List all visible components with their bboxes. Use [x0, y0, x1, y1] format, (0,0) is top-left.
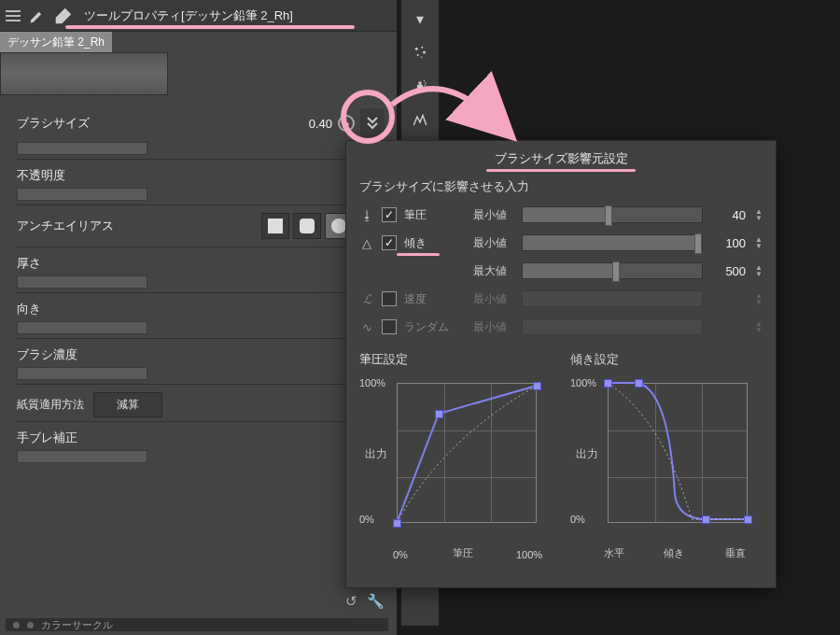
- density-slider[interactable]: [17, 367, 147, 380]
- pen-icon[interactable]: [54, 7, 73, 25]
- brush-size-slider[interactable]: [17, 142, 147, 155]
- peaks-icon[interactable]: [407, 106, 433, 133]
- density-label: ブラシ濃度: [17, 346, 77, 363]
- pressure-graph-title: 筆圧設定: [359, 352, 552, 368]
- random-checkbox[interactable]: [382, 319, 397, 334]
- spinner-icon: ▲▼: [755, 292, 763, 305]
- y-0b: 0%: [570, 514, 585, 525]
- random-min-label: 最小値: [473, 319, 514, 335]
- y-100: 100%: [359, 377, 385, 388]
- curve-handle[interactable]: [533, 382, 541, 390]
- wrench-icon[interactable]: 🔧: [367, 593, 385, 610]
- pressure-min-label: 最小値: [473, 207, 514, 223]
- svg-point-2: [423, 51, 426, 54]
- tilt-max-label: 最大値: [473, 263, 514, 279]
- curve-handle[interactable]: [604, 379, 612, 388]
- expand-dynamics-button[interactable]: [360, 108, 385, 138]
- pressure-curve: [397, 383, 537, 523]
- svg-point-0: [415, 48, 418, 50]
- row-speed: ℒ 速度 最小値 ▲▼: [359, 285, 763, 313]
- spray-icon[interactable]: [407, 73, 433, 99]
- x-0: 0%: [393, 549, 408, 560]
- x-mid: 筆圧: [453, 546, 473, 560]
- bottom-tab-strip: カラーサークル: [6, 618, 388, 631]
- menu-icon[interactable]: [6, 10, 21, 21]
- svg-point-4: [421, 57, 423, 59]
- brush-size-dynamics-popup: ブラシサイズ影響元設定 ブラシサイズに影響させる入力 ⭳ 筆圧 最小値 40 ▲…: [345, 140, 777, 588]
- output-axis-label: 出力: [365, 446, 387, 462]
- row-pressure: ⭳ 筆圧 最小値 40 ▲▼: [359, 201, 763, 229]
- bottom-label[interactable]: カラーサークル: [41, 618, 113, 632]
- spinner-icon[interactable]: ▲▼: [755, 264, 763, 277]
- tilt-graph[interactable]: 100% 出力 0% 水平 傾き 垂直: [570, 374, 757, 560]
- brush-icon[interactable]: [28, 7, 47, 25]
- prop-antialias: アンチエイリアス: [17, 205, 385, 247]
- pressure-min-value[interactable]: 40: [710, 208, 746, 222]
- thickness-label: 厚さ: [17, 255, 41, 272]
- popup-subtitle: ブラシサイズに影響させる入力: [359, 179, 763, 195]
- brush-stroke-preview: [0, 52, 168, 95]
- svg-rect-6: [419, 82, 422, 85]
- popup-footer-icons: ↺ 🔧: [345, 593, 385, 610]
- reset-icon[interactable]: ↺: [345, 593, 357, 610]
- svg-point-1: [421, 47, 423, 49]
- tool-property-panel: ツールプロパティ[デッサン鉛筆 2_Rh] デッサン鉛筆 2_Rh ブラシサイズ…: [0, 0, 397, 635]
- pressure-checkbox[interactable]: [382, 207, 397, 222]
- x-100: 100%: [516, 549, 542, 560]
- aa-option-none[interactable]: [261, 213, 289, 239]
- pressure-ring-icon[interactable]: [338, 115, 355, 132]
- x-vert: 垂直: [725, 546, 746, 560]
- paper-method-select[interactable]: 減算: [93, 392, 162, 417]
- curve-handle[interactable]: [702, 515, 710, 524]
- prop-density: ブラシ濃度: [17, 339, 385, 385]
- tilt-max-value[interactable]: 500: [710, 264, 746, 278]
- annotation-underline-tilt: [397, 253, 440, 256]
- tilt-label: 傾き: [404, 235, 466, 251]
- y-0: 0%: [359, 514, 374, 525]
- stabilization-slider[interactable]: [17, 450, 147, 463]
- direction-label: 向き: [17, 301, 41, 318]
- paper-method-label: 紙質適用方法: [17, 397, 84, 413]
- aa-label: アンチエイリアス: [17, 218, 114, 234]
- pressure-min-slider[interactable]: [522, 206, 703, 223]
- tilt-graph-title: 傾き設定: [570, 352, 763, 368]
- opacity-label: 不透明度: [17, 167, 65, 184]
- splatter-icon[interactable]: [407, 39, 433, 65]
- brush-name-tab[interactable]: デッサン鉛筆 2_Rh: [0, 32, 112, 53]
- tilt-min-slider[interactable]: [522, 234, 703, 251]
- row-random: ∿ ランダム 最小値 ▲▼: [359, 313, 763, 341]
- svg-point-3: [417, 54, 419, 56]
- y-100b: 100%: [570, 377, 596, 388]
- curve-handle[interactable]: [744, 515, 752, 524]
- tilt-min-value[interactable]: 100: [710, 236, 746, 250]
- speed-checkbox[interactable]: [382, 291, 397, 306]
- pressure-label: 筆圧: [404, 207, 466, 223]
- curve-handle[interactable]: [435, 410, 443, 418]
- output-axis-label-b: 出力: [576, 446, 598, 462]
- curve-handle[interactable]: [393, 519, 401, 528]
- dot-icon: [13, 622, 20, 628]
- tilt-checkbox[interactable]: [382, 235, 397, 250]
- aa-option-weak[interactable]: [293, 213, 321, 239]
- opacity-slider[interactable]: [17, 188, 147, 201]
- download-icon: ⭳: [359, 208, 374, 222]
- pressure-graph[interactable]: 100% 出力 0% 0% 筆圧 100%: [359, 374, 546, 560]
- x-tilt: 傾き: [664, 546, 684, 560]
- direction-slider[interactable]: [17, 321, 147, 334]
- svg-point-9: [425, 85, 427, 87]
- spinner-icon[interactable]: ▲▼: [755, 208, 763, 221]
- tilt-max-slider[interactable]: [522, 262, 703, 279]
- prop-thickness: 厚さ: [17, 247, 385, 293]
- brush-size-label: ブラシサイズ: [17, 115, 90, 132]
- dropdown-icon[interactable]: ▾: [407, 6, 433, 32]
- random-min-slider: [522, 318, 703, 335]
- row-tilt-max: 最大値 500 ▲▼: [359, 257, 763, 285]
- property-list: ブラシサイズ 0.40 不透明度 アンチエイリアス: [17, 101, 385, 467]
- spinner-icon[interactable]: ▲▼: [755, 236, 763, 249]
- graphs-container: 筆圧設定 100% 出力 0% 0% 筆圧: [359, 352, 763, 560]
- annotation-underline-popup-title: [486, 169, 636, 172]
- dot-icon: [27, 622, 34, 628]
- brush-size-value[interactable]: 0.40: [309, 117, 332, 131]
- thickness-slider[interactable]: [17, 275, 147, 289]
- curve-handle[interactable]: [635, 379, 643, 388]
